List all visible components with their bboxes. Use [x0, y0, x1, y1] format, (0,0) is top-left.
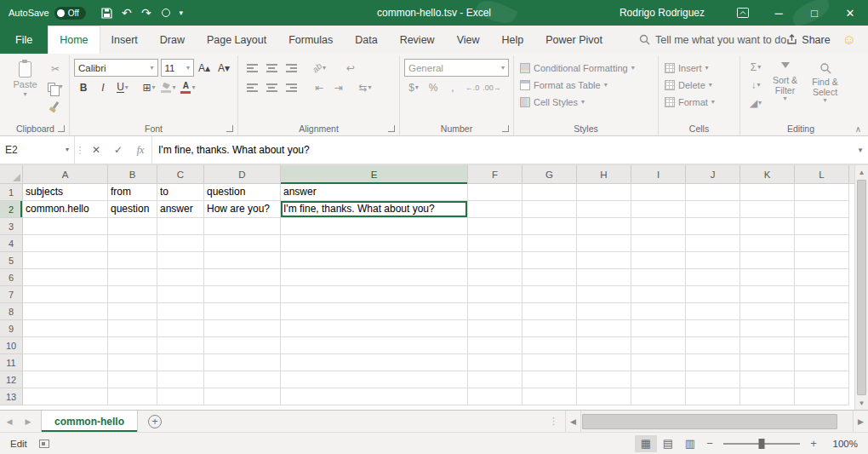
sheetbar-grip-icon[interactable]: ⋮: [549, 416, 558, 427]
cell-H13[interactable]: [577, 388, 631, 405]
cell-F5[interactable]: [468, 252, 523, 269]
insert-cells-button[interactable]: Insert▾: [663, 60, 735, 76]
align-center-button[interactable]: [262, 79, 281, 96]
cell-C1[interactable]: to: [157, 184, 204, 201]
cell-B9[interactable]: [108, 320, 157, 337]
cell-E13[interactable]: [281, 388, 468, 405]
decrease-decimal-button[interactable]: .00→: [483, 79, 501, 96]
number-dialog-launcher-icon[interactable]: [502, 125, 509, 132]
borders-button[interactable]: ⊞▾: [140, 79, 158, 96]
cell-B12[interactable]: [108, 371, 157, 388]
autosum-button[interactable]: Σ▾: [746, 59, 765, 76]
enter-entry-button[interactable]: ✓: [107, 136, 129, 164]
formula-bar-expand-icon[interactable]: ▾: [853, 136, 868, 164]
cell-L1[interactable]: [795, 184, 849, 201]
cell-D4[interactable]: [204, 235, 281, 252]
find-select-button[interactable]: Find & Select ▾: [805, 58, 845, 121]
cell-D9[interactable]: [204, 320, 281, 337]
tab-draw[interactable]: Draw: [149, 26, 196, 54]
cell-K1[interactable]: [740, 184, 795, 201]
cell-E12[interactable]: [281, 371, 468, 388]
cell-A8[interactable]: [23, 303, 108, 320]
cell-J2[interactable]: [686, 201, 740, 218]
wrap-text-button[interactable]: ↩: [341, 60, 360, 77]
cell-E9[interactable]: [281, 320, 468, 337]
cell-E4[interactable]: [281, 235, 468, 252]
row-header-10[interactable]: 10: [0, 337, 23, 354]
cell-G13[interactable]: [523, 388, 577, 405]
cell-K3[interactable]: [740, 218, 795, 235]
close-button[interactable]: ✕: [832, 0, 868, 26]
cell-F1[interactable]: [468, 184, 523, 201]
column-header-c[interactable]: C: [157, 165, 204, 184]
font-color-button[interactable]: A▾: [179, 79, 197, 96]
merge-center-button[interactable]: ⇆▾: [356, 79, 374, 96]
cell-K9[interactable]: [740, 320, 795, 337]
cell-I12[interactable]: [631, 371, 686, 388]
ribbon-display-options-button[interactable]: [725, 0, 761, 26]
cell-F11[interactable]: [468, 354, 523, 371]
cell-B7[interactable]: [108, 286, 157, 303]
cell-K4[interactable]: [740, 235, 795, 252]
cell-H3[interactable]: [577, 218, 631, 235]
orientation-button[interactable]: ab▾: [310, 60, 328, 77]
align-top-button[interactable]: [243, 60, 261, 77]
cell-F4[interactable]: [468, 235, 523, 252]
cell-L9[interactable]: [795, 320, 849, 337]
new-sheet-button[interactable]: +: [148, 415, 162, 428]
cell-L4[interactable]: [795, 235, 849, 252]
share-button[interactable]: Share: [786, 26, 830, 54]
cell-C3[interactable]: [157, 218, 204, 235]
conditional-formatting-button[interactable]: Conditional Formatting▾: [518, 60, 654, 76]
comma-style-button[interactable]: ,: [443, 79, 462, 96]
cell-C2[interactable]: answer: [157, 201, 204, 218]
cell-L7[interactable]: [795, 286, 849, 303]
cell-D8[interactable]: [204, 303, 281, 320]
cut-button[interactable]: ✂: [46, 60, 65, 78]
column-header-i[interactable]: I: [631, 165, 686, 184]
cell-F2[interactable]: [468, 201, 523, 218]
cell-C5[interactable]: [157, 252, 204, 269]
cell-F7[interactable]: [468, 286, 523, 303]
cell-A3[interactable]: [23, 218, 108, 235]
horizontal-scrollbar[interactable]: ⋮ ◀ ▶: [549, 411, 868, 432]
cell-H5[interactable]: [577, 252, 631, 269]
paste-button[interactable]: Paste ▾: [6, 58, 44, 121]
tab-data[interactable]: Data: [344, 26, 388, 54]
cell-H8[interactable]: [577, 303, 631, 320]
cell-C8[interactable]: [157, 303, 204, 320]
cell-G12[interactable]: [523, 371, 577, 388]
cell-D3[interactable]: [204, 218, 281, 235]
hscroll-track[interactable]: [580, 411, 853, 432]
sheet-tab-common-hello[interactable]: common-hello: [41, 411, 138, 432]
cell-C6[interactable]: [157, 269, 204, 286]
vertical-scrollbar[interactable]: ▲ ▼: [854, 165, 868, 410]
cell-J11[interactable]: [686, 354, 740, 371]
cell-F8[interactable]: [468, 303, 523, 320]
select-all-button[interactable]: [0, 165, 23, 183]
cell-K12[interactable]: [740, 371, 795, 388]
cell-G4[interactable]: [523, 235, 577, 252]
cell-B5[interactable]: [108, 252, 157, 269]
align-right-button[interactable]: [282, 79, 300, 96]
cell-L11[interactable]: [795, 354, 849, 371]
decrease-indent-button[interactable]: ⇤: [310, 79, 328, 96]
save-button[interactable]: [98, 3, 117, 22]
cell-L13[interactable]: [795, 388, 849, 405]
cell-H9[interactable]: [577, 320, 631, 337]
cell-A5[interactable]: [23, 252, 108, 269]
customize-qat-dropdown-icon[interactable]: ▾: [176, 3, 186, 22]
cell-A12[interactable]: [23, 371, 108, 388]
cell-E2[interactable]: I'm fine, thanks. What about you?: [281, 201, 468, 218]
cell-L12[interactable]: [795, 371, 849, 388]
font-size-combo[interactable]: 11▾: [161, 59, 195, 77]
tell-me-box[interactable]: Tell me what you want to do: [639, 26, 786, 54]
vertical-scroll-thumb[interactable]: [857, 180, 866, 395]
column-header-f[interactable]: F: [468, 165, 523, 184]
collapse-ribbon-icon[interactable]: ∧: [855, 124, 861, 134]
alignment-dialog-launcher-icon[interactable]: [388, 125, 395, 132]
bold-button[interactable]: B: [74, 79, 93, 96]
column-header-e[interactable]: E: [281, 165, 468, 184]
normal-view-button[interactable]: ▦: [635, 435, 657, 452]
hscroll-right-icon[interactable]: ▶: [853, 411, 868, 432]
